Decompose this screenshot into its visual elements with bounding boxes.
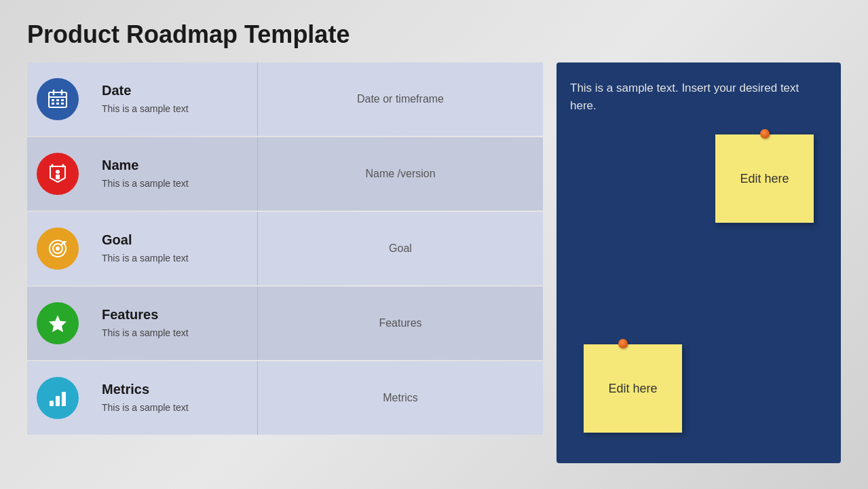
table-row: Name This is a sample text Name /version [27, 137, 543, 211]
date-value[interactable]: Date or timeframe [258, 62, 543, 136]
date-subtext: This is a sample text [102, 103, 244, 116]
date-label: Date [102, 83, 244, 98]
svg-rect-6 [61, 99, 64, 101]
date-icon [37, 78, 79, 120]
svg-rect-21 [62, 392, 66, 406]
name-label-cell: Name This is a sample text [88, 137, 258, 211]
svg-rect-20 [56, 396, 60, 406]
star-icon [37, 302, 79, 344]
svg-marker-18 [49, 315, 67, 332]
table-row: Goal This is a sample text Goal [27, 212, 543, 285]
svg-rect-11 [56, 175, 60, 179]
content-area: Date This is a sample text Date or timef… [27, 62, 841, 463]
table-row: Date This is a sample text Date or timef… [27, 62, 543, 136]
panel-intro-text[interactable]: This is a sample text. Insert your desir… [570, 79, 827, 114]
sticky-notes-area: Edit here Edit here [570, 128, 827, 446]
name-icon-cell [27, 137, 88, 211]
metrics-label-cell: Metrics This is a sample text [88, 361, 258, 435]
metrics-value[interactable]: Metrics [258, 361, 543, 435]
features-subtext: This is a sample text [102, 327, 244, 340]
note1-text: Edit here [740, 172, 789, 186]
roadmap-table: Date This is a sample text Date or timef… [27, 62, 543, 463]
pin-icon-2 [618, 339, 628, 348]
svg-rect-5 [56, 99, 59, 101]
pin-icon-1 [760, 129, 770, 139]
page-title: Product Roadmap Template [27, 20, 841, 49]
name-label: Name [102, 158, 244, 173]
goal-label: Goal [102, 232, 244, 248]
metrics-icon-cell [27, 361, 88, 435]
table-row: Features This is a sample text Features [27, 287, 543, 360]
sticky-note-2[interactable]: Edit here [584, 344, 682, 433]
svg-point-14 [56, 247, 60, 251]
note2-text: Edit here [608, 382, 657, 396]
right-panel: This is a sample text. Insert your desir… [556, 62, 841, 463]
target-icon [37, 228, 79, 270]
features-label: Features [102, 307, 244, 323]
chart-icon [37, 377, 79, 419]
name-value[interactable]: Name /version [258, 137, 543, 211]
metrics-subtext: This is a sample text [102, 401, 244, 415]
metrics-label: Metrics [102, 382, 244, 397]
goal-subtext: This is a sample text [102, 252, 244, 266]
tag-icon [37, 153, 79, 195]
svg-rect-19 [50, 401, 54, 406]
features-value[interactable]: Features [258, 287, 543, 360]
svg-rect-8 [56, 103, 59, 105]
goal-label-cell: Goal This is a sample text [88, 212, 258, 285]
svg-rect-4 [52, 99, 54, 101]
sticky-note-1[interactable]: Edit here [715, 134, 814, 223]
svg-rect-9 [61, 103, 64, 105]
features-label-cell: Features This is a sample text [88, 287, 258, 360]
date-icon-cell [27, 62, 88, 136]
svg-point-10 [56, 170, 60, 174]
date-label-cell: Date This is a sample text [88, 62, 258, 136]
goal-icon-cell [27, 212, 88, 285]
page-container: Product Roadmap Template [0, 0, 868, 489]
table-row: Metrics This is a sample text Metrics [27, 361, 543, 435]
features-icon-cell [27, 287, 88, 360]
svg-rect-7 [52, 103, 54, 105]
goal-value[interactable]: Goal [258, 212, 543, 285]
name-subtext: This is a sample text [102, 177, 244, 191]
